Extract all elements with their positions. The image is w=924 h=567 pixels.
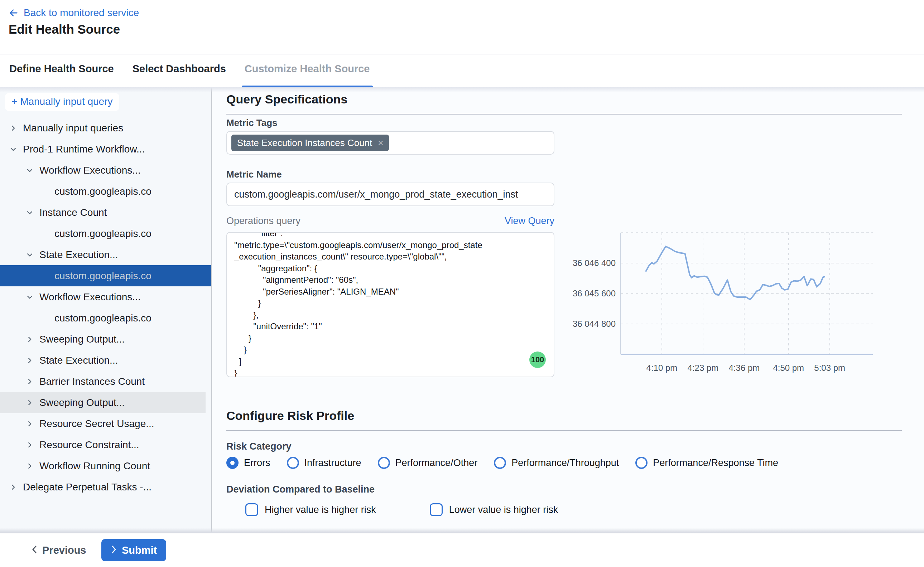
chevron-right-icon[interactable]: [9, 124, 17, 132]
chevron-down-icon[interactable]: [26, 251, 34, 259]
chevron-right-icon[interactable]: [26, 420, 34, 428]
tree-item-label: Instance Count: [39, 207, 107, 218]
query-tree-sidebar: + Manually input query Manually input qu…: [0, 87, 212, 532]
page-title: Edit Health Source: [9, 22, 120, 36]
chevron-down-icon[interactable]: [26, 166, 34, 174]
tree-item-resource-secret-usage[interactable]: Resource Secret Usage...: [0, 413, 211, 434]
tree-item-custom-googleapis-co[interactable]: custom.googleapis.co: [0, 265, 211, 286]
radio-unselected[interactable]: [378, 457, 390, 469]
metric-name-input[interactable]: custom.googleapis.com/user/x_mongo_prod_…: [226, 183, 554, 206]
tree-item-custom-googleapis-co[interactable]: custom.googleapis.co: [0, 308, 211, 328]
tree-item-custom-googleapis-co[interactable]: custom.googleapis.co: [0, 223, 211, 244]
radio-selected[interactable]: [226, 457, 239, 469]
tree-item-sweeping-output[interactable]: Sweeping Output...: [0, 392, 211, 413]
tree-item-sweeping-output[interactable]: Sweeping Output...: [0, 328, 211, 350]
tree-item-state-execution[interactable]: State Execution...: [0, 244, 211, 265]
chevron-right-icon[interactable]: [9, 483, 17, 491]
tree-item-label: custom.googleapis.co: [54, 228, 152, 240]
radio-label: Infrastructure: [304, 458, 361, 469]
svg-text:5:03 pm: 5:03 pm: [814, 363, 845, 373]
tree-item-state-execution[interactable]: State Execution...: [0, 350, 211, 371]
tree-item-label: State Execution...: [39, 249, 118, 261]
radio-option-errors[interactable]: Errors: [226, 457, 270, 469]
metric-name-label: Metric Name: [226, 169, 282, 180]
tree-item-workflow-running-count[interactable]: Workflow Running Count: [0, 455, 211, 476]
chevron-down-icon[interactable]: [9, 146, 17, 153]
tab-list: Define Health SourceSelect DashboardsCus…: [0, 54, 924, 83]
metric-tags-field[interactable]: State Execution Instances Count ×: [226, 131, 554, 154]
tab-customize-health-source[interactable]: Customize Health Source: [245, 63, 370, 75]
operations-query-textarea[interactable]: "filter": "metric.type=\"custom.googleap…: [226, 232, 554, 377]
checkbox-label: Lower value is higher risk: [449, 504, 558, 516]
radio-option-performance-response-time[interactable]: Performance/Response Time: [636, 457, 778, 469]
svg-text:36 044 800: 36 044 800: [572, 319, 616, 328]
chevron-right-icon[interactable]: [26, 441, 34, 449]
tree-item-workflow-executions[interactable]: Workflow Executions...: [0, 286, 211, 308]
chevron-right-icon[interactable]: [26, 378, 34, 386]
metric-tag-chip: State Execution Instances Count ×: [231, 135, 389, 151]
tree-item-label: Sweeping Output...: [39, 334, 125, 345]
section-divider: [226, 114, 902, 114]
tree-item-label: Workflow Executions...: [39, 291, 141, 303]
svg-text:36 045 600: 36 045 600: [572, 288, 616, 298]
configure-risk-profile-title: Configure Risk Profile: [226, 409, 354, 423]
radio-label: Performance/Throughput: [511, 458, 619, 469]
radio-label: Performance/Other: [395, 458, 478, 469]
checkbox-option-higher-value-is-higher-risk[interactable]: Higher value is higher risk: [245, 503, 376, 516]
tree-item-instance-count[interactable]: Instance Count: [0, 202, 211, 223]
operations-query-text: "filter": "metric.type=\"custom.googleap…: [227, 232, 554, 377]
back-to-monitored-service-link[interactable]: Back to monitored service: [9, 7, 139, 19]
tree-item-barrier-instances-count[interactable]: Barrier Instances Count: [0, 371, 211, 392]
tree-item-label: Sweeping Output...: [39, 397, 125, 408]
tab-select-dashboards[interactable]: Select Dashboards: [132, 63, 226, 75]
svg-text:4:36 pm: 4:36 pm: [729, 363, 760, 373]
tree-item-custom-googleapis-co[interactable]: custom.googleapis.co: [0, 181, 211, 202]
add-manual-query-button[interactable]: + Manually input query: [5, 93, 119, 111]
tree-item-label: Workflow Running Count: [39, 460, 150, 472]
tree-item-delegate-perpetual-tasks[interactable]: Delegate Perpetual Tasks -...: [0, 476, 211, 498]
chevron-right-icon[interactable]: [26, 357, 34, 364]
previous-button[interactable]: Previous: [31, 533, 86, 567]
checkbox-unchecked[interactable]: [430, 503, 443, 516]
edit-health-source-page: Back to monitored service Edit Health So…: [0, 0, 924, 567]
chevron-right-icon[interactable]: [26, 462, 34, 470]
deviation-label: Deviation Compared to Baseline: [226, 484, 375, 495]
tree-item-resource-constraint[interactable]: Resource Constraint...: [0, 434, 211, 455]
svg-text:36 046 400: 36 046 400: [572, 258, 616, 268]
svg-text:4:50 pm: 4:50 pm: [773, 363, 804, 373]
chevron-down-icon[interactable]: [26, 293, 34, 301]
radio-label: Performance/Response Time: [653, 458, 778, 469]
tree-item-label: Resource Constraint...: [39, 439, 139, 451]
radio-label: Errors: [244, 458, 270, 469]
tree-item-manually-input-queries[interactable]: Manually input queries: [0, 117, 211, 138]
tree-item-label: Workflow Executions...: [39, 165, 141, 176]
tree-item-label: custom.googleapis.co: [54, 186, 152, 197]
chevron-right-icon[interactable]: [26, 399, 34, 406]
chevron-down-icon[interactable]: [26, 208, 34, 217]
metric-preview-chart: 36 046 40036 045 60036 044 8004:10 pm4:2…: [566, 228, 888, 382]
checkbox-label: Higher value is higher risk: [264, 504, 376, 516]
chevron-left-icon: [31, 544, 38, 556]
tree-item-label: Resource Secret Usage...: [39, 418, 154, 429]
wizard-tab-bar: Define Health SourceSelect DashboardsCus…: [0, 54, 924, 88]
checkbox-unchecked[interactable]: [245, 503, 258, 516]
view-query-link[interactable]: View Query: [505, 216, 554, 226]
tree-item-prod-1-runtime-workflow[interactable]: Prod-1 Runtime Workflow...: [0, 138, 211, 160]
checkbox-option-lower-value-is-higher-risk[interactable]: Lower value is higher risk: [430, 503, 558, 516]
metric-tag-chip-label: State Execution Instances Count: [237, 138, 372, 148]
tree-item-workflow-executions[interactable]: Workflow Executions...: [0, 160, 211, 181]
radio-option-infrastructure[interactable]: Infrastructure: [287, 457, 361, 469]
radio-unselected[interactable]: [636, 457, 648, 469]
submit-button[interactable]: Submit: [101, 539, 166, 561]
radio-option-performance-throughput[interactable]: Performance/Throughput: [494, 457, 619, 469]
radio-unselected[interactable]: [287, 457, 299, 469]
radio-unselected[interactable]: [494, 457, 506, 469]
tab-define-health-source[interactable]: Define Health Source: [9, 63, 114, 75]
metric-chart-svg: 36 046 40036 045 60036 044 8004:10 pm4:2…: [566, 228, 888, 382]
tree-item-label: Manually input queries: [23, 122, 123, 134]
radio-option-performance-other[interactable]: Performance/Other: [378, 457, 478, 469]
chevron-right-icon[interactable]: [26, 335, 34, 343]
operations-query-label: Operations query: [226, 216, 300, 226]
svg-text:4:10 pm: 4:10 pm: [646, 363, 678, 373]
chip-remove-icon[interactable]: ×: [378, 138, 383, 148]
